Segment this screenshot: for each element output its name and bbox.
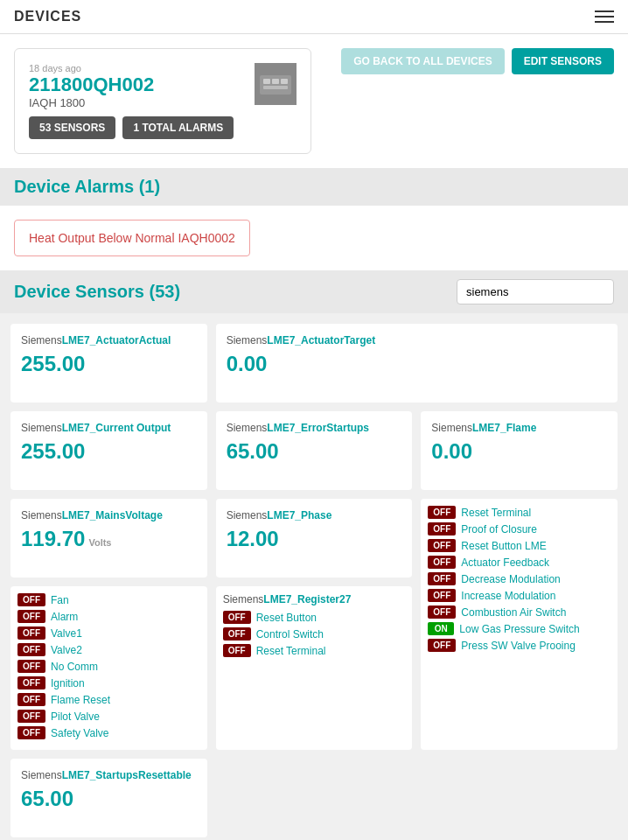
status-row-actuator-feedback: OFF Actuator Feedback bbox=[428, 556, 611, 569]
device-card-top: 18 days ago 211800QH002 IAQH 1800 bbox=[29, 63, 297, 109]
sensors-count-button[interactable]: 53 SENSORS bbox=[29, 116, 115, 139]
status-badge-3: OFF bbox=[428, 556, 456, 569]
status-list-left: OFF Fan OFF Alarm OFF Valve1 OFF Valve2 … bbox=[10, 586, 207, 750]
status-row-low-gas: ON Low Gas Pressure Switch bbox=[428, 622, 611, 635]
device-id-prefix: 211800 bbox=[29, 74, 93, 95]
alarm-text: Heat Output Below Normal IAQH0002 bbox=[29, 231, 235, 245]
sensor-card-error-startups: SiemensLME7_ErrorStartups 65.00 bbox=[216, 411, 413, 490]
sensor-value-startups-resettable: 65.00 bbox=[21, 787, 197, 811]
svg-rect-4 bbox=[263, 86, 288, 89]
menu-button[interactable] bbox=[595, 10, 614, 23]
status-label-5: Increase Modulation bbox=[461, 590, 555, 602]
status-badge-valve2: OFF bbox=[17, 643, 45, 656]
sensor-card-flame: SiemensLME7_Flame 0.00 bbox=[421, 411, 618, 490]
status-list-right: OFF Reset Terminal OFF Proof of Closure … bbox=[421, 499, 618, 750]
sensor-name-mains-voltage: SiemensLME7_MainsVoltage bbox=[21, 509, 197, 522]
status-label-2: Reset Button LME bbox=[461, 540, 546, 552]
status-label-valve1: Valve1 bbox=[51, 627, 82, 640]
sensor-card-phase: SiemensLME7_Phase 12.00 bbox=[216, 499, 413, 578]
status-label-valve2: Valve2 bbox=[51, 644, 82, 656]
status-row-alarm: OFF Alarm bbox=[17, 610, 200, 623]
sensor-name-flame: SiemensLME7_Flame bbox=[431, 422, 607, 434]
action-buttons: GO BACK TO ALL DEVICES EDIT SENSORS bbox=[341, 48, 614, 74]
sensors-section-header: Device Sensors (53) bbox=[0, 270, 628, 313]
register-row-1: OFF Control Switch bbox=[223, 627, 406, 640]
status-badge-fan: OFF bbox=[17, 593, 45, 606]
status-row-reset-terminal: OFF Reset Terminal bbox=[428, 506, 611, 519]
sensor-value-actuator-target: 0.00 bbox=[227, 352, 607, 376]
sensor-name-current-output: SiemensLME7_Current Output bbox=[21, 422, 197, 434]
status-badge-alarm: OFF bbox=[17, 610, 45, 623]
page-title: DEVICES bbox=[14, 9, 81, 24]
sensors-search-input[interactable] bbox=[457, 279, 614, 304]
status-label-ignition: Ignition bbox=[51, 677, 85, 690]
status-badge-7: ON bbox=[428, 622, 454, 635]
alarms-section-header: Device Alarms (1) bbox=[0, 168, 628, 206]
status-label-alarm: Alarm bbox=[51, 611, 78, 623]
status-label-1: Proof of Closure bbox=[461, 523, 537, 536]
register-row-2: OFF Reset Terminal bbox=[223, 644, 406, 657]
status-badge-6: OFF bbox=[428, 606, 456, 619]
device-id-highlight: QH002 bbox=[93, 74, 154, 95]
status-badge-safety-valve: OFF bbox=[17, 726, 45, 739]
sensor-value-mains-voltage: 119.70Volts bbox=[21, 527, 197, 551]
header: DEVICES bbox=[0, 0, 628, 34]
status-badge-pilot-valve: OFF bbox=[17, 710, 45, 723]
status-row-pilot-valve: OFF Pilot Valve bbox=[17, 710, 200, 723]
status-row-valve2: OFF Valve2 bbox=[17, 643, 200, 656]
register-label-0: Reset Button bbox=[256, 612, 317, 624]
sensor-card-startups-resettable: SiemensLME7_StartupsResettable 65.00 bbox=[10, 759, 207, 837]
status-label-6: Combustion Air Switch bbox=[461, 606, 566, 619]
device-card-info: 18 days ago 211800QH002 IAQH 1800 bbox=[29, 63, 154, 109]
status-row-decrease-mod: OFF Decrease Modulation bbox=[428, 572, 611, 585]
status-badge-2: OFF bbox=[428, 539, 456, 552]
alarms-count-button[interactable]: 1 TOTAL ALARMS bbox=[122, 116, 234, 139]
edit-sensors-button[interactable]: EDIT SENSORS bbox=[512, 48, 614, 74]
device-card: 18 days ago 211800QH002 IAQH 1800 53 SEN… bbox=[14, 48, 311, 154]
status-badge-4: OFF bbox=[428, 572, 456, 585]
status-label-4: Decrease Modulation bbox=[461, 573, 560, 585]
status-badge-no-comm: OFF bbox=[17, 660, 45, 673]
sensor-card-current-output: SiemensLME7_Current Output 255.00 bbox=[10, 411, 207, 490]
status-row-combustion-air: OFF Combustion Air Switch bbox=[428, 606, 611, 619]
status-label-0: Reset Terminal bbox=[461, 507, 531, 519]
status-row-fan: OFF Fan bbox=[17, 593, 200, 606]
register-row-0: OFF Reset Button bbox=[223, 611, 406, 624]
device-model: IAQH 1800 bbox=[29, 96, 154, 109]
status-label-flame-reset: Flame Reset bbox=[51, 694, 110, 706]
device-thumbnail bbox=[255, 63, 297, 105]
device-age: 18 days ago bbox=[29, 63, 154, 74]
register-badge-0: OFF bbox=[223, 611, 251, 624]
top-area: 18 days ago 211800QH002 IAQH 1800 53 SEN… bbox=[0, 34, 628, 168]
status-label-8: Press SW Valve Prooing bbox=[461, 640, 576, 652]
sensor-card-mains-voltage: SiemensLME7_MainsVoltage 119.70Volts bbox=[10, 499, 207, 578]
status-badge-valve1: OFF bbox=[17, 626, 45, 640]
sensor-name-actuator-target: SiemensLME7_ActuatorTarget bbox=[227, 334, 607, 346]
sensors-section-title: Device Sensors (53) bbox=[14, 282, 180, 302]
go-back-button[interactable]: GO BACK TO ALL DEVICES bbox=[341, 48, 504, 74]
sensor-card-actuator-actual: SiemensLME7_ActuatorActual 255.00 bbox=[10, 324, 207, 402]
sensor-card-actuator-target: SiemensLME7_ActuatorTarget 0.00 bbox=[216, 324, 618, 402]
sensor-name-actuator-actual: SiemensLME7_ActuatorActual bbox=[21, 334, 197, 346]
status-badge-0: OFF bbox=[428, 506, 456, 519]
register-badge-2: OFF bbox=[223, 644, 251, 657]
status-label-no-comm: No Comm bbox=[51, 661, 98, 673]
status-row-flame-reset: OFF Flame Reset bbox=[17, 693, 200, 706]
status-badge-flame-reset: OFF bbox=[17, 693, 45, 706]
sensors-grid: SiemensLME7_ActuatorActual 255.00 Siemen… bbox=[0, 313, 628, 840]
svg-rect-0 bbox=[260, 75, 291, 94]
status-row-safety-valve: OFF Safety Valve bbox=[17, 726, 200, 739]
sensor-value-current-output: 255.00 bbox=[21, 439, 197, 464]
status-badge-8: OFF bbox=[428, 639, 456, 652]
register-label-1: Control Switch bbox=[256, 628, 324, 640]
status-badge-ignition: OFF bbox=[17, 676, 45, 690]
status-label-fan: Fan bbox=[51, 594, 69, 606]
sensor-value-phase: 12.00 bbox=[227, 527, 402, 551]
register-label-2: Reset Terminal bbox=[256, 645, 326, 657]
sensor-value-error-startups: 65.00 bbox=[227, 439, 402, 464]
sensor-card-register27: SiemensLME7_Register27 OFF Reset Button … bbox=[216, 586, 413, 750]
sensor-name-startups-resettable: SiemensLME7_StartupsResettable bbox=[21, 769, 197, 781]
status-row-reset-button-lme: OFF Reset Button LME bbox=[428, 539, 611, 552]
status-label-safety-valve: Safety Valve bbox=[51, 727, 108, 739]
status-row-press-sw: OFF Press SW Valve Prooing bbox=[428, 639, 611, 652]
